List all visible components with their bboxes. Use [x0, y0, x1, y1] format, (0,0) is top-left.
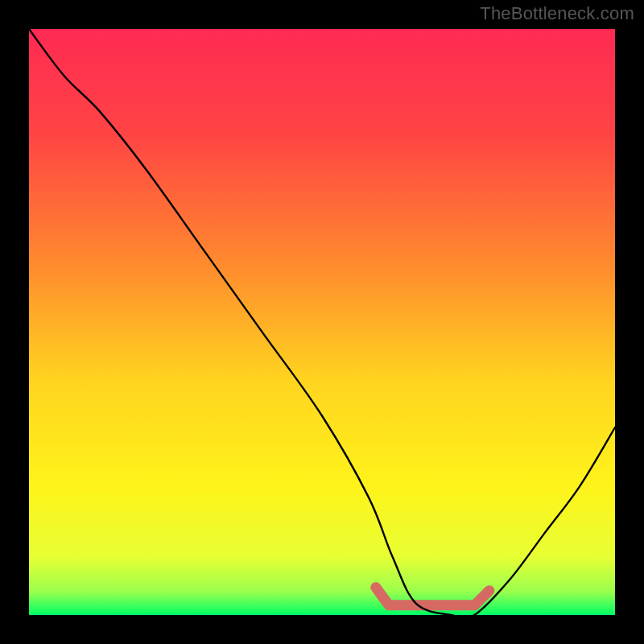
gradient-background	[29, 29, 615, 615]
chart-frame: TheBottleneck.com	[0, 0, 644, 644]
chart-svg	[29, 29, 615, 615]
watermark-text: TheBottleneck.com	[480, 3, 634, 24]
plot-area	[29, 29, 615, 615]
